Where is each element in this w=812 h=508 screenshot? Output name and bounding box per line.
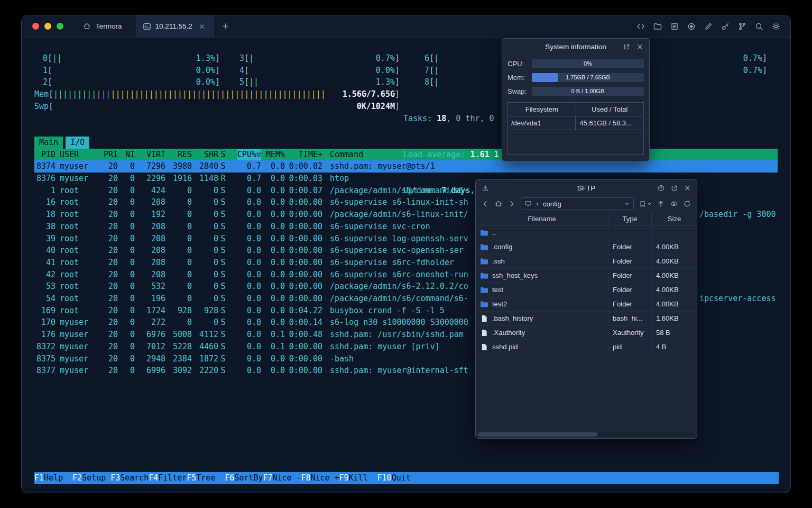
col-filename[interactable]: Filename [476,215,608,223]
col-time[interactable]: TIME+ [285,149,322,161]
sftp-panel-header[interactable]: SFTP [476,180,697,196]
back-icon[interactable] [481,199,490,208]
close-tab-icon[interactable] [199,23,205,30]
horizontal-scrollbar[interactable] [478,432,695,437]
htop-header: 0[||1.3%]3[|0.7%]6[|0.7%] 1[0.0%]4[0.0%]… [34,52,778,124]
process-user: root [56,208,101,221]
code-icon[interactable] [636,22,645,31]
file-name-cell: ssh_host_keys [476,269,608,283]
sftp-file-row[interactable]: testFolder4.00KB [476,283,697,297]
open-in-window-icon[interactable] [670,184,678,192]
function-key-button[interactable]: F2Setup [72,472,110,484]
process-state: S [218,365,228,377]
path-bar[interactable]: config [521,197,634,210]
edit-icon[interactable] [704,22,713,31]
function-key-button[interactable]: F4Filter [149,472,187,484]
process-pid: 8376 [34,173,56,185]
col-res[interactable]: RES [165,149,192,161]
process-pid: 41 [34,257,56,269]
file-type: Folder [608,269,651,283]
chevron-down-icon[interactable] [624,201,630,207]
sftp-file-row[interactable]: test2Folder4.00KB [476,297,697,312]
help-icon[interactable] [657,184,665,192]
cpu-meter-label: 2 [34,76,48,88]
log-icon[interactable] [670,22,679,31]
cpu-meter-label: 1 [34,65,48,77]
file-size [651,226,697,240]
cpu-meter-value: 1.3% [196,52,215,65]
col-ni[interactable]: NI [118,149,135,161]
file-size: 4.00KB [651,297,697,311]
sftp-file-row[interactable]: .XauthorityXauthority58 B [476,326,697,340]
col-virt[interactable]: VIRT [135,149,165,161]
process-user: myuser [56,316,101,329]
file-type: Folder [608,255,651,268]
col-pid[interactable]: PID [34,149,56,161]
record-icon[interactable] [687,22,696,31]
scrollbar-thumb[interactable] [478,432,597,437]
tab-home[interactable]: Termora [72,15,136,37]
function-key-button[interactable]: F8Nice + [301,472,339,484]
memory-meter-label: Mem [34,88,49,101]
show-hidden-icon[interactable] [670,199,678,208]
sftp-file-row[interactable]: sshd.pidpid4 B [476,340,697,355]
cpu-usage-bar: 0% [532,59,644,68]
sftp-file-row[interactable]: .sshFolder4.00KB [476,255,697,269]
home-icon[interactable] [494,199,503,208]
minimize-window-button[interactable] [44,23,51,30]
col-user[interactable]: USER [56,149,101,161]
process-row[interactable]: 8374myuser200729639802840S0.70.00:00.02s… [34,160,778,173]
function-key-button[interactable]: F7Nice - [263,472,301,484]
col-type[interactable]: Type [608,212,651,225]
swap-meter: Swp[0K/1024M] [34,101,400,113]
close-icon[interactable] [636,43,644,51]
col-size[interactable]: Size [651,212,697,225]
sftp-file-row[interactable]: ssh_host_keysFolder4.00KB [476,269,697,283]
col-shr[interactable]: SHR [192,149,218,161]
col-state[interactable]: S [218,149,228,161]
close-window-button[interactable] [32,23,39,30]
refresh-icon[interactable] [683,199,691,208]
cpu-meter-bar: || [249,76,259,88]
htop-tab-io[interactable]: I/O [66,137,89,149]
sftp-file-row[interactable]: .. [476,226,697,240]
zoom-window-button[interactable] [57,23,63,30]
swap-usage-bar: 0 B / 1.00GB [532,87,644,96]
filesystem-row[interactable]: /dev/vda145.61GB / 58.3... [508,116,643,130]
folder-icon [480,243,488,251]
bookmarks-button[interactable] [639,200,652,208]
function-key-button[interactable]: F10Quit [377,472,420,484]
function-key-bar: F1HelpF2SetupF3SearchF4FilterF5TreeF6Sor… [34,472,779,484]
cpu-meter-row: 0[||1.3%]3[|0.7%]6[|0.7%] [34,52,778,65]
open-in-window-icon[interactable] [623,43,631,51]
close-icon[interactable] [684,184,691,192]
computer-icon [524,200,532,207]
process-user: myuser [56,341,101,353]
system-info-panel: System information CPU: 0% Mem: 1.75GB /… [502,38,650,161]
forward-icon[interactable] [508,199,516,208]
function-key-button[interactable]: F3Search [110,472,149,484]
process-user: root [56,196,101,208]
search-icon[interactable] [754,22,764,31]
col-cpu-sort[interactable]: CPU%▽ [228,149,261,161]
download-icon[interactable] [481,184,490,192]
system-info-panel-header[interactable]: System information [502,39,649,55]
sftp-file-row[interactable]: .bash_historybash_hi...1.60KB [476,312,697,326]
function-key-button[interactable]: F6SortBy [225,472,263,484]
branch-icon[interactable] [737,22,747,31]
folder-icon[interactable] [653,22,662,31]
parent-directory-icon[interactable] [657,199,665,208]
new-tab-button[interactable] [214,15,237,37]
function-key-button[interactable]: F5Tree [187,472,225,484]
settings-icon[interactable] [771,22,781,31]
tab-session[interactable]: 10.211.55.2 [136,15,214,37]
key-icon[interactable] [721,22,730,31]
col-mem[interactable]: MEM% [261,149,285,161]
sftp-file-row[interactable]: .configFolder4.00KB [476,240,697,255]
htop-tab-main[interactable]: Main [34,137,63,149]
col-pri[interactable]: PRI [101,149,118,161]
cpu-meter-value: 0.0% [376,65,395,77]
cpu-usage-row: CPU: 0% [508,59,644,68]
function-key-button[interactable]: F1Help [34,472,72,484]
function-key-button[interactable]: F9Kill [339,472,377,484]
